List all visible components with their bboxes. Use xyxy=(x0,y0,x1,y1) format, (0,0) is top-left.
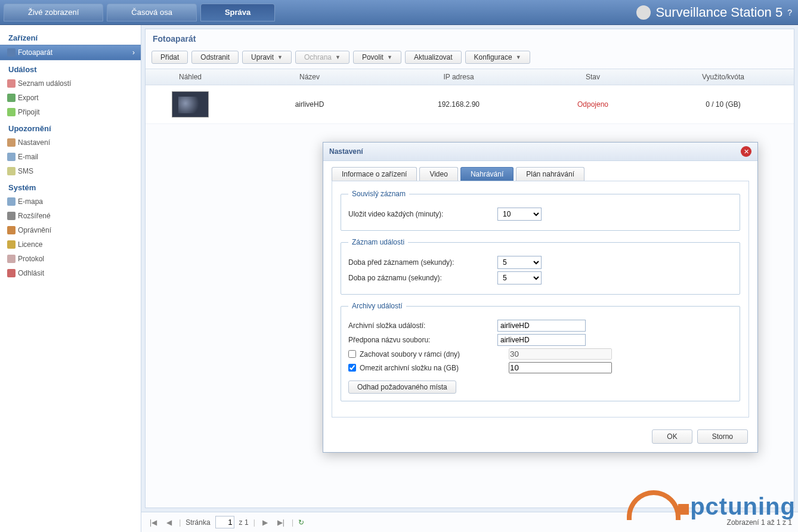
button-label: Storno xyxy=(712,432,733,441)
protection-button[interactable]: Ochrana▼ xyxy=(295,51,349,64)
estimate-space-button[interactable]: Odhad požadovaného místa xyxy=(348,381,456,394)
next-page-button[interactable]: ▶ xyxy=(260,518,270,527)
sidebar-item-settings[interactable]: Nastavení xyxy=(0,135,141,150)
connect-icon xyxy=(7,108,16,116)
archive-folder-label: Archivní složka událostí: xyxy=(348,321,497,330)
camera-icon xyxy=(636,5,651,20)
settings-dialog: Nastavení ✕ Informace o zařízení Video N… xyxy=(323,142,758,453)
button-label: Ochrana xyxy=(304,53,332,61)
chevron-down-icon: ▼ xyxy=(387,54,392,60)
page-label: Stránka xyxy=(185,518,210,527)
sidebar-item-label: Licence xyxy=(18,240,42,249)
save-interval-label: Uložit video každých (minuty): xyxy=(348,210,497,218)
delete-button[interactable]: Odstranit xyxy=(191,51,239,64)
tab-schedule[interactable]: Plán nahrávání xyxy=(516,167,584,181)
sidebar-item-camera[interactable]: Fotoaparát xyxy=(0,45,141,60)
post-record-select[interactable]: 5 xyxy=(497,271,542,284)
page-input[interactable] xyxy=(215,516,234,528)
col-quota[interactable]: Využito/kvóta xyxy=(652,69,794,85)
button-label: Aktualizovat xyxy=(414,53,453,61)
dialog-footer: OK Storno xyxy=(323,423,757,452)
configure-button[interactable]: Konfigurace▼ xyxy=(465,51,530,64)
table-row[interactable]: airliveHD 192.168.2.90 Odpojeno 0 / 10 (… xyxy=(146,85,794,124)
app-header: Živé zobrazení Časová osa Správa Surveil… xyxy=(0,0,798,25)
button-label: Odhad požadovaného místa xyxy=(357,383,447,391)
add-button[interactable]: Přidat xyxy=(151,51,188,64)
book-icon xyxy=(7,255,16,263)
gear-icon xyxy=(7,212,16,220)
continuous-fieldset: Souvislý záznam Uložit video každých (mi… xyxy=(341,190,740,231)
pre-record-select[interactable]: 5 xyxy=(497,256,542,269)
page-of: z 1 xyxy=(239,518,249,527)
camera-icon xyxy=(7,48,16,57)
cell-ip: 192.168.2.90 xyxy=(384,98,533,111)
top-tab-timeline[interactable]: Časová osa xyxy=(107,4,197,21)
cancel-button[interactable]: Storno xyxy=(697,429,748,444)
file-prefix-input[interactable] xyxy=(497,334,586,346)
sidebar-item-label: Export xyxy=(18,94,39,102)
sidebar-item-advanced[interactable]: Rozšířené xyxy=(0,209,141,223)
col-ip[interactable]: IP adresa xyxy=(384,69,533,85)
main-panel: Fotoaparát Přidat Odstranit Upravit▼ Och… xyxy=(141,25,798,532)
archives-fieldset: Archivy událostí Archivní složka událost… xyxy=(341,302,740,401)
first-page-button[interactable]: |◀ xyxy=(147,518,159,527)
camera-thumbnail xyxy=(172,91,209,117)
refresh-icon[interactable]: ↻ xyxy=(298,518,304,527)
cell-status: Odpojeno xyxy=(533,98,652,111)
key-icon xyxy=(7,226,16,234)
sidebar-item-emap[interactable]: E-mapa xyxy=(0,194,141,209)
prev-page-button[interactable]: ◀ xyxy=(164,518,174,527)
cell-name: airliveHD xyxy=(235,98,384,111)
side-group-system: Systém xyxy=(0,178,141,194)
col-status[interactable]: Stav xyxy=(533,69,652,85)
col-name[interactable]: Název xyxy=(235,69,384,85)
tab-recording[interactable]: Nahrávání xyxy=(460,167,514,181)
sidebar-item-protocol[interactable]: Protokol xyxy=(0,252,141,266)
sidebar-item-license[interactable]: Licence xyxy=(0,237,141,252)
limit-archive-label: Omezit archivní složku na (GB) xyxy=(360,364,505,372)
event-recording-legend: Záznam události xyxy=(348,238,408,246)
button-label: Odstranit xyxy=(200,53,230,61)
help-icon[interactable]: ? xyxy=(787,8,792,17)
ok-button[interactable]: OK xyxy=(652,429,692,444)
tab-video[interactable]: Video xyxy=(419,167,457,181)
sidebar-item-connect[interactable]: Připojit xyxy=(0,105,141,119)
dialog-header[interactable]: Nastavení ✕ xyxy=(323,143,757,161)
gauge-icon xyxy=(627,490,681,520)
refresh-button[interactable]: Aktualizovat xyxy=(405,51,462,64)
enable-button[interactable]: Povolit▼ xyxy=(353,51,401,64)
keep-files-checkbox[interactable] xyxy=(348,350,356,358)
sidebar-item-email[interactable]: E-mail xyxy=(0,150,141,164)
event-recording-fieldset: Záznam události Doba před záznamem (seku… xyxy=(341,238,740,295)
table-header: Náhled Název IP adresa Stav Využito/kvót… xyxy=(146,69,794,85)
mail-icon xyxy=(7,153,16,161)
tab-device-info[interactable]: Informace o zařízení xyxy=(332,167,417,181)
close-icon[interactable]: ✕ xyxy=(741,146,751,157)
limit-archive-checkbox[interactable] xyxy=(348,364,356,372)
top-tab-admin[interactable]: Správa xyxy=(200,4,275,21)
sidebar: Zařízení Fotoaparát Událost Seznam událo… xyxy=(0,25,141,532)
sidebar-item-permissions[interactable]: Oprávnění xyxy=(0,223,141,237)
limit-archive-input[interactable] xyxy=(509,362,612,373)
license-icon xyxy=(7,240,16,249)
sidebar-item-logout[interactable]: Odhlásit xyxy=(0,266,141,280)
wrench-icon xyxy=(7,138,16,147)
sidebar-item-eventlist[interactable]: Seznam událostí xyxy=(0,76,141,91)
sidebar-item-export[interactable]: Export xyxy=(0,91,141,105)
dialog-content: Souvislý záznam Uložit video každých (mi… xyxy=(332,181,749,417)
sidebar-item-sms[interactable]: SMS xyxy=(0,164,141,178)
continuous-legend: Souvislý záznam xyxy=(348,190,409,198)
archive-folder-input[interactable] xyxy=(497,320,586,332)
save-interval-select[interactable]: 10 xyxy=(497,208,542,221)
col-thumb[interactable]: Náhled xyxy=(146,69,235,85)
last-page-button[interactable]: ▶| xyxy=(275,518,287,527)
archives-legend: Archivy událostí xyxy=(348,302,406,310)
sidebar-item-label: Oprávnění xyxy=(18,226,51,234)
pre-record-label: Doba před záznamem (sekundy): xyxy=(348,258,497,267)
post-record-label: Doba po záznamu (sekundy): xyxy=(348,274,497,282)
app-title-text: Surveillance Station 5 xyxy=(655,5,782,20)
edit-button[interactable]: Upravit▼ xyxy=(242,51,292,64)
page-title: Fotoaparát xyxy=(146,29,794,48)
dialog-title: Nastavení xyxy=(329,147,741,156)
top-tab-live[interactable]: Živé zobrazení xyxy=(4,4,103,21)
